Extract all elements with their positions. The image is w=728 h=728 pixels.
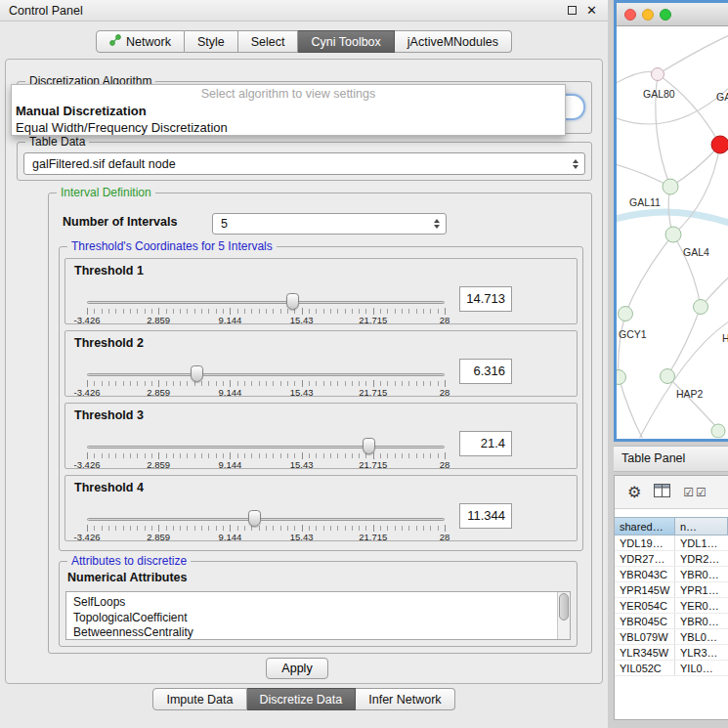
dropdown-option-manual-discretization[interactable]: Manual Discretization (12, 103, 565, 119)
network-edge[interactable] (617, 212, 728, 224)
table-cell: YBR0… (675, 567, 728, 581)
zoom-traffic-light[interactable] (660, 9, 671, 21)
threshold-value-field[interactable]: 14.713 (459, 286, 512, 312)
table-panel: ⚙ ☑☑ shared…n…YDL19…YDL1…YDR27…YDR2…YBR0… (614, 475, 728, 720)
table-row[interactable]: YIL052CYIL0… (615, 661, 728, 676)
network-edge[interactable] (670, 145, 720, 187)
select-checkbox-icons[interactable]: ☑☑ (683, 486, 708, 499)
network-node[interactable] (652, 68, 664, 81)
table-row[interactable]: YER054CYER0… (615, 598, 728, 614)
slider-thumb[interactable] (191, 365, 203, 382)
number-of-intervals-value: 5 (221, 217, 228, 231)
threshold-slider[interactable]: -3.4262.8599.14415.4321.71528 (87, 331, 445, 396)
tab-label: Discretize Data (260, 693, 343, 707)
dropdown-option-equal-width-frequency[interactable]: Equal Width/Frequency Discretization (12, 119, 565, 136)
table-cell: YIL0… (675, 661, 728, 675)
attribute-list-item[interactable]: TopologicalCoefficient (66, 611, 570, 626)
number-of-intervals-combobox[interactable]: 5 (212, 213, 447, 235)
table-header-row: shared…n… (615, 517, 728, 535)
tab-impute-data[interactable]: Impute Data (152, 688, 246, 710)
tab-jactivemnodules[interactable]: jActiveMNodules (395, 30, 512, 53)
slider-tick-label: 21.715 (359, 459, 387, 470)
network-edge[interactable] (667, 376, 718, 429)
tab-label: jActiveMNodules (407, 35, 498, 49)
table-row[interactable]: YPR145WYPR1… (615, 582, 728, 598)
network-node[interactable] (694, 300, 708, 315)
slider-major-tick (302, 452, 303, 459)
column-header-0[interactable]: shared… (615, 517, 675, 535)
slider-thumb[interactable] (363, 438, 375, 454)
numerical-attributes-label: Numerical Attributes (67, 571, 187, 584)
slider-tick-label: 9.144 (219, 459, 242, 470)
network-node[interactable] (711, 136, 728, 153)
network-node[interactable] (711, 424, 725, 438)
slider-tick-label: 21.715 (359, 532, 387, 542)
threshold-slider[interactable]: -3.4262.8599.14415.4321.71528 (87, 404, 445, 468)
close-traffic-light[interactable] (624, 9, 636, 21)
table-data-group: Table Data galFiltered.sif default node (17, 142, 592, 181)
dropdown-placeholder-option[interactable]: Select algorithm to view settings (12, 86, 565, 103)
table-cell: YDR2… (675, 551, 728, 566)
apply-button[interactable]: Apply (266, 658, 328, 679)
tab-discretize-data[interactable]: Discretize Data (247, 688, 357, 710)
slider-tick-label: 2.859 (147, 459, 170, 470)
threshold-value-field[interactable]: 21.4 (459, 431, 512, 456)
control-panel-titlebar: Control Panel ✕ (0, 0, 608, 21)
scrollbar-thumb[interactable] (559, 593, 569, 621)
network-node[interactable] (663, 179, 678, 194)
network-node[interactable] (617, 370, 626, 385)
list-scrollbar[interactable] (557, 592, 570, 639)
slider-thumb[interactable] (286, 293, 299, 310)
network-node[interactable] (661, 369, 675, 384)
control-panel-window: Control Panel ✕ NetworkStyleSelectCyni T… (0, 0, 608, 728)
combo-arrows-icon (434, 219, 440, 229)
threshold-value-field[interactable]: 11.344 (459, 503, 512, 529)
network-edge[interactable] (625, 235, 673, 314)
tab-network[interactable]: Network (96, 30, 185, 53)
float-window-icon[interactable] (568, 6, 577, 15)
network-node[interactable] (619, 307, 633, 321)
numerical-attributes-list[interactable]: SelfLoopsTopologicalCoefficientBetweenne… (65, 591, 571, 640)
tab-select[interactable]: Select (238, 30, 299, 53)
node-label: H (722, 332, 728, 344)
table-row[interactable]: YBR045CYBR0… (615, 614, 728, 629)
minimize-traffic-light[interactable] (642, 9, 654, 21)
network-edge[interactable] (619, 314, 625, 377)
attribute-list-item[interactable]: SelfLoops (66, 595, 570, 611)
attribute-list-item[interactable]: BetweennessCentrality (66, 625, 570, 640)
slider-thumb[interactable] (248, 510, 261, 527)
slider-tick-label: 2.859 (147, 387, 170, 398)
network-canvas[interactable]: GAL80GAGAL11GAL4GCY1HHAP2 (617, 26, 728, 438)
network-edge[interactable] (636, 320, 728, 438)
table-row[interactable]: YBR043CYBR0… (615, 567, 728, 582)
network-edge[interactable] (617, 163, 670, 187)
columns-icon[interactable] (654, 484, 670, 500)
table-row[interactable]: YDL19…YDL1… (615, 535, 728, 551)
network-node[interactable] (665, 227, 681, 242)
tab-style[interactable]: Style (185, 30, 238, 53)
close-window-icon[interactable]: ✕ (586, 4, 597, 17)
threshold-slider[interactable]: -3.4262.8599.14415.4321.71528 (87, 259, 445, 323)
table-data-combobox[interactable]: galFiltered.sif default node (23, 152, 585, 175)
slider-tick-label: 15.43 (290, 532, 314, 542)
network-edge[interactable] (658, 34, 728, 74)
tab-infer-network[interactable]: Infer Network (356, 688, 454, 710)
threshold-value-field[interactable]: 6.316 (459, 359, 512, 384)
slider-track (87, 373, 445, 376)
threshold-slider[interactable]: -3.4262.8599.14415.4321.71528 (87, 476, 445, 540)
network-edge[interactable] (619, 377, 646, 438)
algorithm-dropdown-popup: Select algorithm to view settings Manual… (11, 84, 566, 136)
table-row[interactable]: YDR27…YDR2… (615, 551, 728, 567)
tab-cyni-toolbox[interactable]: Cyni Toolbox (298, 30, 394, 53)
column-header-1[interactable]: n… (675, 517, 728, 535)
table-row[interactable]: YBL079WYBL0… (615, 629, 728, 645)
network-edge[interactable] (658, 74, 720, 145)
table-row[interactable]: YLR345WYLR3… (615, 645, 728, 661)
slider-major-tick (230, 380, 231, 387)
thresholds-group-title: Threshold's Coordinates for 5 Intervals (67, 239, 277, 253)
top-tab-bar: NetworkStyleSelectCyni ToolboxjActiveMNo… (0, 30, 608, 53)
slider-major-tick (87, 452, 88, 459)
table-cell: YDL1… (675, 535, 728, 550)
gear-icon[interactable]: ⚙ (627, 485, 641, 500)
table-panel-title: Table Panel (621, 451, 685, 465)
